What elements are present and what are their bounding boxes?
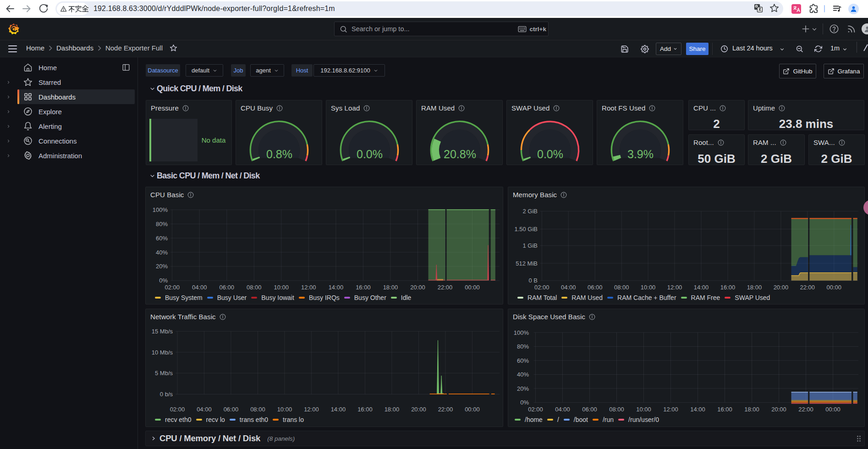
svg-text:16:00: 16:00	[356, 284, 371, 291]
svg-text:20:00: 20:00	[411, 406, 426, 413]
svg-text:10:00: 10:00	[641, 284, 656, 291]
svg-text:14:00: 14:00	[331, 406, 346, 413]
svg-text:12:00: 12:00	[304, 406, 319, 413]
svg-text:20%: 20%	[517, 385, 529, 392]
svg-text:1 GiB: 1 GiB	[522, 242, 538, 249]
svg-text:02:00: 02:00	[528, 406, 543, 413]
svg-text:22:00: 22:00	[798, 406, 813, 413]
svg-text:22:00: 22:00	[800, 284, 815, 291]
svg-text:10:00: 10:00	[277, 406, 292, 413]
svg-text:12:00: 12:00	[663, 406, 678, 413]
svg-text:10:00: 10:00	[274, 284, 289, 291]
svg-text:16:00: 16:00	[717, 406, 732, 413]
svg-text:08:00: 08:00	[614, 284, 629, 291]
svg-text:04:00: 04:00	[561, 284, 576, 291]
svg-text:02:00: 02:00	[534, 284, 549, 291]
svg-text:02:00: 02:00	[170, 406, 185, 413]
svg-text:10:00: 10:00	[636, 406, 651, 413]
svg-text:40%: 40%	[156, 249, 168, 256]
svg-text:5 Mb/s: 5 Mb/s	[155, 370, 173, 377]
svg-text:00:00: 00:00	[827, 284, 842, 291]
svg-text:60%: 60%	[156, 235, 168, 242]
svg-text:20:00: 20:00	[771, 406, 786, 413]
svg-text:20%: 20%	[156, 263, 168, 270]
svg-text:14:00: 14:00	[329, 284, 344, 291]
svg-text:20:00: 20:00	[774, 284, 789, 291]
svg-text:20:00: 20:00	[410, 284, 425, 291]
svg-text:512 MiB: 512 MiB	[516, 260, 538, 267]
svg-text:80%: 80%	[156, 221, 168, 227]
svg-text:0%: 0%	[159, 277, 168, 284]
svg-text:18:00: 18:00	[383, 284, 398, 291]
svg-text:16:00: 16:00	[720, 284, 736, 291]
svg-text:80%: 80%	[517, 343, 529, 350]
svg-text:60%: 60%	[517, 357, 529, 364]
svg-text:16:00: 16:00	[357, 406, 373, 413]
svg-text:06:00: 06:00	[582, 406, 597, 413]
svg-text:2 GiB: 2 GiB	[522, 208, 538, 215]
svg-text:04:00: 04:00	[192, 284, 207, 291]
svg-text:04:00: 04:00	[555, 406, 570, 413]
svg-text:12:00: 12:00	[301, 284, 316, 291]
svg-text:14:00: 14:00	[690, 406, 705, 413]
svg-text:0%: 0%	[520, 399, 529, 406]
svg-text:00:00: 00:00	[465, 406, 480, 413]
svg-text:18:00: 18:00	[744, 406, 759, 413]
svg-text:00:00: 00:00	[465, 284, 480, 291]
svg-text:08:00: 08:00	[247, 284, 262, 291]
svg-text:04:00: 04:00	[197, 406, 212, 413]
svg-text:06:00: 06:00	[588, 284, 603, 291]
svg-text:00:00: 00:00	[825, 406, 841, 413]
svg-text:22:00: 22:00	[438, 406, 453, 413]
svg-text:08:00: 08:00	[250, 406, 265, 413]
svg-text:12:00: 12:00	[667, 284, 682, 291]
svg-text:0 b/s: 0 b/s	[160, 391, 173, 398]
svg-text:06:00: 06:00	[220, 284, 235, 291]
svg-text:15 Mb/s: 15 Mb/s	[152, 328, 173, 335]
svg-text:14:00: 14:00	[694, 284, 709, 291]
svg-text:100%: 100%	[153, 206, 168, 213]
svg-text:18:00: 18:00	[385, 406, 400, 413]
svg-text:06:00: 06:00	[224, 406, 239, 413]
svg-text:18:00: 18:00	[747, 284, 762, 291]
svg-text:10 Mb/s: 10 Mb/s	[152, 349, 173, 356]
svg-text:22:00: 22:00	[438, 284, 453, 291]
svg-text:40%: 40%	[517, 371, 529, 378]
svg-text:1.50 GiB: 1.50 GiB	[514, 226, 538, 233]
svg-text:100%: 100%	[514, 329, 529, 336]
svg-text:0 B: 0 B	[528, 277, 538, 284]
svg-text:02:00: 02:00	[165, 284, 180, 291]
svg-text:08:00: 08:00	[609, 406, 624, 413]
